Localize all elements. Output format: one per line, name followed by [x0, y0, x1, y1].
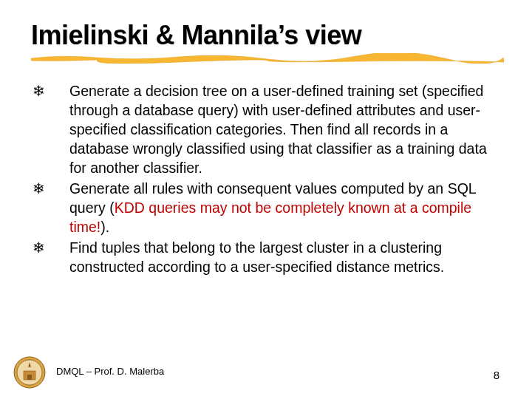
bullet-icon: ❄: [31, 81, 69, 100]
bullet-list: ❄ Generate a decision tree on a user-def…: [31, 81, 501, 276]
bullet-icon: ❄: [31, 238, 69, 257]
footer-text: DMQL – Prof. D. Malerba: [56, 366, 164, 377]
list-item-text: Generate a decision tree on a user-defin…: [69, 81, 501, 177]
svg-rect-3: [27, 375, 32, 380]
list-item-text: Generate all rules with consequent value…: [69, 179, 501, 236]
list-item: ❄ Generate all rules with consequent val…: [31, 179, 501, 236]
slide-title: Imielinski & Mannila’s view: [31, 21, 501, 50]
seal-icon: [13, 356, 46, 389]
bullet-icon: ❄: [31, 179, 69, 198]
list-item: ❄ Generate a decision tree on a user-def…: [31, 81, 501, 177]
highlight-text: KDD queries may not be completely known …: [69, 200, 471, 235]
list-item-text: Find tuples that belong to the largest c…: [69, 238, 501, 276]
title-underline: [31, 53, 504, 64]
page-number: 8: [494, 369, 499, 381]
list-item: ❄ Find tuples that belong to the largest…: [31, 238, 501, 276]
